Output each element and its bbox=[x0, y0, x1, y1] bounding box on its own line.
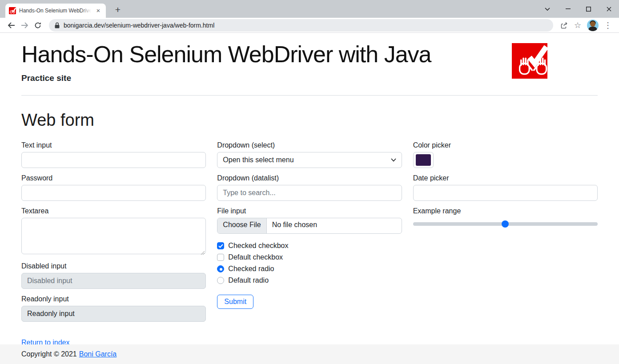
author-link[interactable]: Boni García bbox=[79, 350, 117, 358]
back-icon[interactable] bbox=[4, 19, 18, 32]
site-title: Hands-On Selenium WebDriver with Java bbox=[21, 40, 598, 68]
tab-title: Hands-On Selenium WebDriver w bbox=[19, 8, 91, 14]
textarea-label: Textarea bbox=[21, 207, 206, 215]
checked-radio-row: Checked radio bbox=[217, 263, 402, 275]
default-checkbox[interactable] bbox=[217, 254, 224, 261]
checked-checkbox-label[interactable]: Checked checkbox bbox=[228, 242, 288, 250]
dropdown-select-label: Dropdown (select) bbox=[217, 141, 402, 149]
page-footer: Copyright © 2021 Boni García bbox=[0, 344, 619, 364]
default-radio-row: Default radio bbox=[217, 275, 402, 286]
return-to-index-link[interactable]: Return to index bbox=[21, 339, 70, 344]
text-input[interactable] bbox=[21, 152, 206, 168]
lock-icon bbox=[55, 22, 60, 28]
address-bar[interactable]: bonigarcia.dev/selenium-webdriver-java/w… bbox=[49, 19, 553, 32]
window-controls bbox=[537, 0, 619, 18]
tab-close-icon[interactable]: × bbox=[94, 7, 102, 15]
default-checkbox-row: Default checkbox bbox=[217, 252, 402, 263]
color-picker-label: Color picker bbox=[413, 141, 598, 149]
color-swatch bbox=[416, 154, 431, 166]
chevron-down-icon bbox=[391, 158, 396, 162]
minimize-icon[interactable] bbox=[558, 0, 578, 18]
header-divider bbox=[21, 95, 598, 96]
disabled-input bbox=[21, 273, 206, 289]
close-window-icon[interactable] bbox=[599, 0, 619, 18]
text-input-label: Text input bbox=[21, 141, 206, 149]
maximize-icon[interactable] bbox=[578, 0, 599, 18]
password-input[interactable] bbox=[21, 185, 206, 201]
forward-icon[interactable] bbox=[18, 19, 31, 32]
default-checkbox-label[interactable]: Default checkbox bbox=[228, 253, 283, 261]
file-input-label: File input bbox=[217, 207, 402, 215]
new-tab-button[interactable]: + bbox=[112, 4, 124, 16]
checked-radio-label[interactable]: Checked radio bbox=[228, 265, 274, 273]
checked-checkbox-row: Checked checkbox bbox=[217, 240, 402, 252]
share-icon[interactable] bbox=[558, 19, 571, 32]
dropdown-select[interactable]: Open this select menu bbox=[217, 152, 402, 168]
form-column-right: Color picker Date picker Example range bbox=[413, 141, 598, 328]
checked-radio[interactable] bbox=[217, 265, 224, 272]
submit-button[interactable]: Submit bbox=[217, 295, 253, 309]
bookmark-star-icon[interactable]: ☆ bbox=[571, 19, 584, 32]
form-column-left: Text input Password Textarea Disabled in… bbox=[21, 141, 206, 328]
copyright-text: Copyright © 2021 bbox=[21, 350, 77, 358]
browser-toolbar: bonigarcia.dev/selenium-webdriver-java/w… bbox=[0, 18, 619, 33]
textarea-input[interactable] bbox=[21, 218, 206, 254]
file-input[interactable]: Choose File No file chosen bbox=[217, 218, 402, 234]
hands-logo-icon bbox=[512, 43, 547, 79]
site-header: Hands-On Selenium WebDriver with Java Pr… bbox=[21, 40, 598, 96]
readonly-input[interactable] bbox=[21, 306, 206, 322]
url-text: bonigarcia.dev/selenium-webdriver-java/w… bbox=[64, 22, 214, 29]
choose-file-button[interactable]: Choose File bbox=[217, 218, 266, 233]
web-form: Text input Password Textarea Disabled in… bbox=[21, 141, 598, 328]
range-label: Example range bbox=[413, 207, 598, 215]
disabled-input-label: Disabled input bbox=[21, 262, 206, 270]
page-content: Hands-On Selenium WebDriver with Java Pr… bbox=[0, 33, 619, 344]
file-status: No file chosen bbox=[267, 218, 322, 233]
date-picker-input[interactable] bbox=[413, 185, 598, 201]
datalist-input[interactable] bbox=[217, 185, 402, 201]
selected-option: Open this select menu bbox=[223, 156, 293, 164]
form-column-middle: Dropdown (select) Open this select menu … bbox=[217, 141, 402, 328]
range-thumb[interactable] bbox=[502, 220, 509, 228]
password-label: Password bbox=[21, 174, 206, 182]
check-icon bbox=[218, 244, 223, 248]
site-subtitle: Practice site bbox=[21, 73, 598, 83]
color-picker[interactable] bbox=[413, 152, 434, 168]
favicon-hands-icon bbox=[9, 7, 16, 14]
refresh-icon[interactable] bbox=[31, 19, 44, 32]
default-radio[interactable] bbox=[217, 277, 224, 284]
date-picker-label: Date picker bbox=[413, 174, 598, 182]
profile-avatar[interactable] bbox=[587, 20, 599, 31]
browser-menu-icon[interactable]: ⋮ bbox=[601, 19, 615, 32]
checkbox-group: Checked checkbox Default checkbox Checke… bbox=[217, 240, 402, 286]
dropdown-datalist-label: Dropdown (datalist) bbox=[217, 174, 402, 182]
tab-search-chevron-icon[interactable] bbox=[537, 0, 558, 18]
tab-strip: Hands-On Selenium WebDriver w × + bbox=[0, 0, 619, 18]
checked-checkbox[interactable] bbox=[217, 242, 224, 249]
readonly-input-label: Readonly input bbox=[21, 295, 206, 303]
browser-tab[interactable]: Hands-On Selenium WebDriver w × bbox=[5, 4, 106, 18]
page-title: Web form bbox=[21, 111, 598, 130]
range-slider[interactable] bbox=[413, 220, 598, 228]
default-radio-label[interactable]: Default radio bbox=[228, 276, 269, 284]
